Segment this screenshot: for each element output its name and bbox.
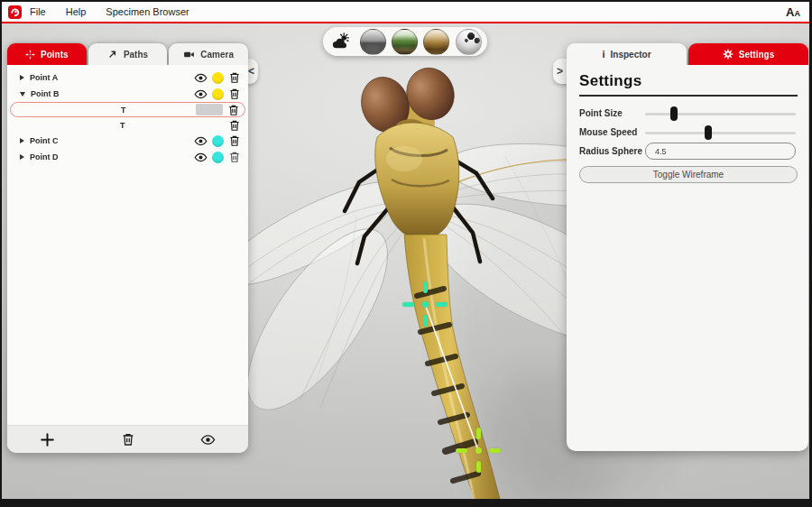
move-crosshair-icon <box>25 50 35 60</box>
mouse-speed-label: Mouse Speed <box>579 127 645 137</box>
visibility-eye-icon[interactable] <box>193 134 208 148</box>
tab-inspector-label: Inspector <box>611 50 651 60</box>
slider-track <box>645 113 796 115</box>
trash-icon[interactable] <box>227 70 242 85</box>
font-size-icon[interactable]: AA <box>786 5 800 19</box>
env-sphere-studio[interactable] <box>456 29 482 55</box>
settings-body: Settings Point Size Mouse Speed Radius S… <box>567 65 808 451</box>
left-tab-row: Points Paths Camera <box>7 43 248 65</box>
gear-icon <box>723 49 734 60</box>
tab-points-label: Points <box>41 50 69 60</box>
tree-row-point-a[interactable]: Point A <box>7 69 248 86</box>
settings-panel: i Inspector Set <box>567 43 808 451</box>
tree-row-point-d[interactable]: Point D <box>7 149 248 165</box>
right-tab-row: i Inspector Set <box>567 43 808 65</box>
slider-thumb[interactable] <box>670 106 678 121</box>
mouse-speed-row: Mouse Speed <box>579 124 798 140</box>
visibility-eye-icon[interactable] <box>193 87 208 101</box>
info-icon: i <box>602 49 604 60</box>
toggle-wireframe-button[interactable]: Toggle Wireframe <box>579 166 798 183</box>
tree-row-t-selected[interactable]: T <box>10 102 245 117</box>
trash-icon[interactable] <box>227 134 242 148</box>
delete-trash-icon[interactable] <box>119 430 137 448</box>
menu-bar: File Help Specimen Browser AA <box>2 2 809 23</box>
expander-icon[interactable] <box>20 92 25 97</box>
expander-icon[interactable] <box>20 138 24 143</box>
tab-settings[interactable]: Settings <box>688 43 808 65</box>
point-color-swatch[interactable] <box>212 152 224 163</box>
environment-toolbar <box>323 27 487 56</box>
menu-help[interactable]: Help <box>66 2 87 22</box>
menu-specimen-browser[interactable]: Specimen Browser <box>106 2 189 22</box>
app-logo-icon <box>8 5 22 19</box>
points-list: Point A Point B <box>7 65 248 453</box>
tab-camera-label: Camera <box>200 50 234 60</box>
point-size-slider[interactable] <box>645 106 796 121</box>
trash-icon[interactable] <box>227 118 242 133</box>
tab-inspector[interactable]: i Inspector <box>567 43 687 65</box>
visibility-eye-icon[interactable] <box>193 70 208 85</box>
points-tree: Point A Point B <box>7 65 248 425</box>
env-sphere-forest[interactable] <box>392 29 418 55</box>
radius-sphere-input[interactable] <box>645 143 796 160</box>
tree-row-point-b[interactable]: Point B <box>7 86 248 102</box>
settings-title: Settings <box>579 72 798 90</box>
mouse-speed-slider[interactable] <box>645 125 796 140</box>
app-window: File Help Specimen Browser AA <box>2 2 809 499</box>
point-color-swatch[interactable] <box>212 88 224 100</box>
slider-thumb[interactable] <box>705 125 712 140</box>
points-footer-toolbar <box>7 425 248 453</box>
point-size-row: Point Size <box>579 106 798 121</box>
tab-camera[interactable]: Camera <box>169 43 248 65</box>
radius-sphere-row: Radius Sphere <box>579 143 798 159</box>
lighting-icon[interactable] <box>328 29 354 54</box>
tree-row-t[interactable]: T <box>7 117 248 133</box>
expander-icon[interactable] <box>20 154 24 160</box>
menu-file[interactable]: File <box>30 2 46 22</box>
trash-icon[interactable] <box>226 103 241 117</box>
tab-paths-label: Paths <box>124 50 148 60</box>
slider-track <box>645 132 796 134</box>
env-sphere-amber[interactable] <box>423 29 449 55</box>
tree-row-point-c[interactable]: Point C <box>7 133 248 149</box>
video-camera-icon <box>183 49 195 60</box>
expander-icon[interactable] <box>20 75 24 80</box>
gray-value-swatch[interactable] <box>196 104 223 115</box>
trash-icon[interactable] <box>227 87 242 101</box>
trash-icon[interactable] <box>227 150 242 164</box>
point-color-swatch[interactable] <box>212 135 224 147</box>
tab-points[interactable]: Points <box>7 43 87 65</box>
tab-paths[interactable]: Paths <box>88 43 168 65</box>
toggle-visibility-eye-icon[interactable] <box>199 430 217 448</box>
arrow-up-right-icon <box>107 49 118 60</box>
point-color-swatch[interactable] <box>212 72 224 84</box>
add-point-icon[interactable] <box>39 430 57 448</box>
env-sphere-gray[interactable] <box>360 29 386 55</box>
path-connector-line <box>425 304 478 450</box>
title-rule <box>579 95 798 97</box>
tab-settings-label: Settings <box>739 50 774 60</box>
point-size-label: Point Size <box>579 108 645 118</box>
points-panel: Points Paths Camera Point A <box>7 43 248 453</box>
visibility-eye-icon[interactable] <box>193 150 208 164</box>
radius-sphere-label: Radius Sphere <box>579 146 645 156</box>
